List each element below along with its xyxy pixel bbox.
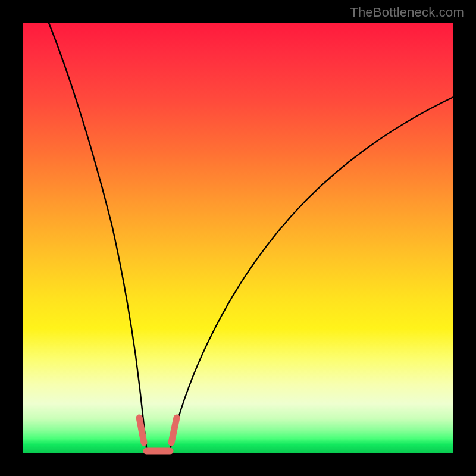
plot-area [23, 23, 453, 453]
chart-frame: TheBottleneck.com [0, 0, 476, 476]
curve-layer [23, 23, 453, 453]
right-branch-curve [170, 96, 455, 453]
watermark-text: TheBottleneck.com [350, 5, 464, 20]
right-bottom-marker [171, 418, 177, 443]
left-branch-curve [48, 21, 148, 453]
